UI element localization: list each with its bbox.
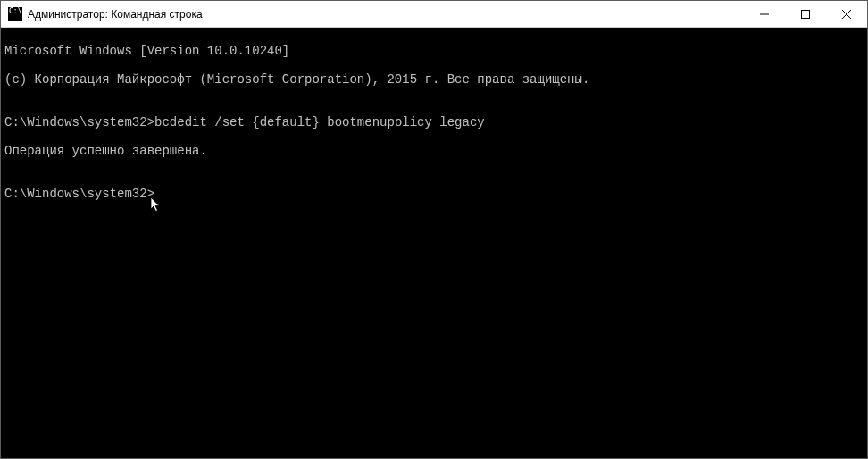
titlebar[interactable]: Администратор: Командная строка: [1, 1, 867, 28]
terminal-line: (c) Корпорация Майкрософт (Microsoft Cor…: [4, 72, 864, 87]
maximize-button[interactable]: [785, 1, 826, 27]
window-controls: [744, 1, 867, 27]
svg-rect-1: [802, 10, 810, 18]
terminal-prompt-line: C:\Windows\system32>bcdedit /set {defaul…: [4, 115, 864, 129]
prompt-path: C:\Windows\system32>: [4, 115, 154, 129]
cmd-icon: [8, 7, 22, 21]
minimize-button[interactable]: [744, 1, 785, 27]
terminal-line: Microsoft Windows [Version 10.0.10240]: [4, 44, 864, 58]
terminal-prompt-line: C:\Windows\system32>: [4, 187, 864, 201]
prompt-path: C:\Windows\system32>: [4, 187, 154, 201]
prompt-command: bcdedit /set {default} bootmenupolicy le…: [154, 115, 485, 129]
close-button[interactable]: [826, 1, 867, 27]
terminal-area[interactable]: Microsoft Windows [Version 10.0.10240] (…: [1, 28, 867, 458]
command-prompt-window: Администратор: Командная строка Microsof…: [0, 0, 868, 459]
window-title: Администратор: Командная строка: [28, 8, 744, 21]
terminal-line: Операция успешно завершена.: [4, 144, 864, 158]
